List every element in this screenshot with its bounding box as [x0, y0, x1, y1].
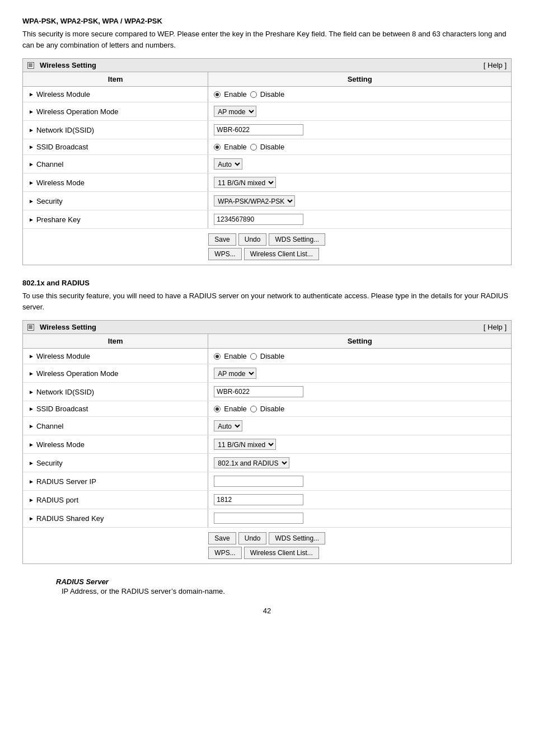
- wps-button-1[interactable]: WPS...: [208, 248, 241, 260]
- label-wireless-op-mode-2: ► Wireless Operation Mode: [23, 364, 208, 382]
- section-wpa-psk: WPA-PSK, WPA2-PSK, WPA / WPA2-PSK This s…: [22, 17, 512, 265]
- value-wireless-mode-1: 11 B/G/N mixed: [208, 173, 511, 191]
- section1-title: WPA-PSK, WPA2-PSK, WPA / WPA2-PSK: [22, 17, 512, 25]
- page-number: 42: [22, 607, 512, 615]
- radio-ssid-enable-1[interactable]: [214, 144, 221, 151]
- label-network-id-2: ► Network ID(SSID): [23, 383, 208, 401]
- arrow-icon: ►: [29, 515, 34, 522]
- table-row: ► Wireless Mode 11 B/G/N mixed: [23, 173, 511, 192]
- table1-col-header: Item Setting: [23, 72, 511, 87]
- label-network-id-1: ► Network ID(SSID): [23, 121, 208, 139]
- label-wireless-mode-1: ► Wireless Mode: [23, 173, 208, 191]
- radio-ssid-enable-2[interactable]: [214, 406, 221, 412]
- arrow-icon: ►: [29, 91, 34, 97]
- arrow-icon: ►: [29, 370, 34, 377]
- arrow-icon: ►: [29, 389, 34, 395]
- arrow-icon: ►: [29, 442, 34, 448]
- select-channel-1[interactable]: Auto: [214, 158, 242, 170]
- wps-button-2[interactable]: WPS...: [208, 547, 241, 559]
- table2-header-title: Wireless Setting: [27, 323, 96, 331]
- save-button-1[interactable]: Save: [208, 233, 236, 246]
- undo-button-1[interactable]: Undo: [238, 233, 267, 246]
- table-row: ► Network ID(SSID): [23, 383, 511, 401]
- select-channel-2[interactable]: Auto: [214, 420, 242, 431]
- wds-setting-button-1[interactable]: WDS Setting...: [269, 233, 325, 246]
- table-row: ► SSID Broadcast Enable Disable: [23, 401, 511, 417]
- table1-col-item: Item: [23, 72, 208, 86]
- label-wireless-module-2: ► Wireless Module: [23, 349, 208, 364]
- table1-col-setting: Setting: [208, 72, 511, 86]
- label-ssid-broadcast-1: ► SSID Broadcast: [23, 139, 208, 154]
- table2-title-text: Wireless Setting: [40, 323, 96, 331]
- wireless-client-list-button-1[interactable]: Wireless Client List...: [244, 248, 319, 260]
- table1-title-text: Wireless Setting: [40, 61, 96, 69]
- radio-enable-2[interactable]: [214, 353, 221, 360]
- select-wireless-op-mode-2[interactable]: AP mode: [214, 368, 256, 379]
- input-radius-shared-key[interactable]: [214, 513, 303, 524]
- table2-header: Wireless Setting [ Help ]: [23, 321, 511, 334]
- arrow-icon: ►: [29, 127, 34, 133]
- label-wireless-op-mode-1: ► Wireless Operation Mode: [23, 102, 208, 120]
- arrow-icon: ►: [29, 180, 34, 186]
- table-row: ► Wireless Module Enable Disable: [23, 87, 511, 102]
- table-row: ► Channel Auto: [23, 417, 511, 435]
- label-wireless-module-1: ► Wireless Module: [23, 87, 208, 102]
- wds-setting-button-2[interactable]: WDS Setting...: [269, 532, 325, 544]
- table1-header-title: Wireless Setting: [27, 61, 96, 69]
- select-wireless-mode-2[interactable]: 11 B/G/N mixed: [214, 439, 276, 450]
- label-security-2: ► Security: [23, 454, 208, 472]
- arrow-icon: ►: [29, 217, 34, 223]
- label-wireless-mode-2: ► Wireless Mode: [23, 435, 208, 453]
- wireless-client-list-button-2[interactable]: Wireless Client List...: [244, 547, 319, 559]
- wireless-setting-table-2: Wireless Setting [ Help ] Item Setting ►…: [22, 320, 512, 564]
- radio-disable-2[interactable]: [250, 353, 257, 360]
- arrow-icon: ►: [29, 353, 34, 359]
- input-network-id-2[interactable]: [214, 386, 303, 397]
- label-ssid-broadcast-2: ► SSID Broadcast: [23, 401, 208, 416]
- label-radius-server-ip: ► RADIUS Server IP: [23, 472, 208, 490]
- value-security-2: 802.1x and RADIUS: [208, 454, 511, 472]
- select-security-1[interactable]: WPA-PSK/WPA2-PSK: [214, 195, 295, 206]
- arrow-icon: ►: [29, 460, 34, 466]
- save-button-2[interactable]: Save: [208, 532, 236, 544]
- table1-button-area: Save Undo WDS Setting... WPS... Wireless…: [23, 229, 511, 265]
- table1-help-link[interactable]: [ Help ]: [484, 61, 507, 69]
- radio-ssid-disable-1[interactable]: [250, 144, 257, 151]
- table1-btn-line1: Save Undo WDS Setting...: [208, 233, 325, 246]
- select-wireless-mode-1[interactable]: 11 B/G/N mixed: [214, 177, 276, 188]
- value-ssid-broadcast-1: Enable Disable: [208, 139, 511, 154]
- table-row: ► SSID Broadcast Enable Disable: [23, 139, 511, 155]
- table-row: ► Channel Auto: [23, 155, 511, 173]
- input-network-id-1[interactable]: [214, 124, 303, 135]
- input-radius-port[interactable]: [214, 494, 303, 505]
- input-radius-server-ip[interactable]: [214, 476, 303, 487]
- label-channel-1: ► Channel: [23, 155, 208, 173]
- value-wireless-op-mode-2: AP mode: [208, 364, 511, 382]
- table2-checkbox-icon: [27, 324, 34, 331]
- arrow-icon: ►: [29, 497, 34, 503]
- radius-server-label: RADIUS Server: [22, 577, 512, 586]
- table2-col-item: Item: [23, 334, 208, 348]
- radio-disable-1[interactable]: [250, 91, 257, 98]
- value-radius-port: [208, 491, 511, 509]
- value-radius-server-ip: [208, 472, 511, 490]
- table-row: ► Wireless Operation Mode AP mode: [23, 102, 511, 121]
- arrow-icon: ►: [29, 406, 34, 412]
- arrow-icon: ►: [29, 144, 34, 150]
- arrow-icon: ►: [29, 198, 34, 204]
- table1-header: Wireless Setting [ Help ]: [23, 59, 511, 72]
- table-row: ► Wireless Mode 11 B/G/N mixed: [23, 435, 511, 454]
- select-wireless-op-mode-1[interactable]: AP mode: [214, 106, 256, 117]
- input-preshare-key[interactable]: [214, 214, 303, 225]
- table-row: ► Security WPA-PSK/WPA2-PSK: [23, 192, 511, 210]
- undo-button-2[interactable]: Undo: [238, 532, 267, 544]
- table2-help-link[interactable]: [ Help ]: [484, 323, 507, 331]
- value-preshare-key: [208, 210, 511, 228]
- select-security-2[interactable]: 802.1x and RADIUS: [214, 457, 289, 468]
- value-wireless-mode-2: 11 B/G/N mixed: [208, 435, 511, 453]
- radio-ssid-disable-2[interactable]: [250, 406, 257, 412]
- radio-enable-1[interactable]: [214, 91, 221, 98]
- value-channel-2: Auto: [208, 417, 511, 435]
- value-security-1: WPA-PSK/WPA2-PSK: [208, 192, 511, 210]
- value-ssid-broadcast-2: Enable Disable: [208, 401, 511, 416]
